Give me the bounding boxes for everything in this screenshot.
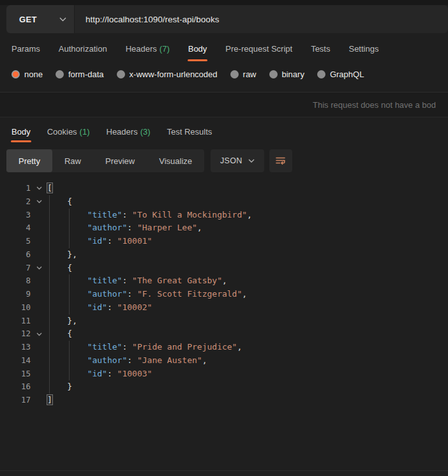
code-text: "title": "Pride and Prejudice", (47, 341, 448, 354)
code-text: "author": "F. Scott Fitzgerald", (47, 288, 448, 301)
indent-guide (49, 380, 50, 394)
method-selector[interactable]: GET (6, 5, 74, 33)
fold-toggle[interactable] (31, 195, 47, 209)
json-string: "10003" (117, 369, 153, 378)
view-mode-pretty[interactable]: Pretty (6, 149, 52, 172)
line-number: 14 (0, 354, 31, 368)
json-string: "To Kill a Mockingbird" (132, 210, 247, 219)
code-gutter: 5 (0, 235, 47, 248)
line-number: 10 (0, 301, 31, 315)
tab-count-badge: (1) (80, 127, 90, 137)
request-url-bar: GET http://localhost:1090/rest-api/books (6, 5, 448, 33)
response-toolbar: PrettyRawPreviewVisualize JSON (6, 149, 448, 172)
code-text: }, (47, 248, 448, 262)
json-punct: { (67, 329, 72, 338)
code-line: 6 }, (0, 248, 448, 262)
json-punct: { (67, 197, 72, 206)
code-gutter: 4 (0, 221, 47, 235)
response-format-dropdown[interactable]: JSON (211, 149, 264, 172)
json-key: "title" (87, 342, 123, 352)
json-key: "author" (87, 223, 128, 232)
response-tab-cookies[interactable]: Cookies(1) (47, 127, 90, 142)
radio-dot-icon (11, 70, 20, 78)
json-punct: : (127, 223, 137, 232)
view-mode-visualize[interactable]: Visualize (147, 149, 204, 172)
line-number: 8 (0, 274, 31, 288)
view-mode-preview[interactable]: Preview (93, 149, 147, 172)
json-punct: { (67, 263, 72, 272)
indent-guide (69, 274, 70, 288)
code-line: 15 "id": "10003" (0, 368, 448, 381)
fold-spacer (31, 235, 47, 248)
chevron-down-icon (248, 159, 255, 163)
tab-params[interactable]: Params (11, 44, 40, 61)
body-type-label: raw (243, 70, 257, 79)
bracket-highlight: [ (47, 183, 52, 193)
response-tab-headers[interactable]: Headers(3) (107, 127, 151, 142)
body-type-graphql[interactable]: GraphQL (317, 70, 364, 79)
code-line: 5 "id": "10001" (0, 235, 448, 248)
response-body-code[interactable]: 1[2 {3 "title": "To Kill a Mockingbird",… (0, 182, 448, 407)
code-gutter: 17 (0, 394, 47, 407)
chevron-down-icon (59, 17, 66, 22)
fold-spacer (31, 274, 47, 288)
code-gutter: 9 (0, 288, 47, 301)
json-key: "title" (87, 276, 123, 285)
indent-guide (49, 288, 50, 301)
fold-toggle[interactable] (31, 182, 47, 195)
json-punct: , (197, 223, 202, 232)
json-punct: : (107, 236, 117, 246)
code-line: 11 }, (0, 315, 448, 328)
indent-guide (49, 341, 50, 354)
tab-settings[interactable]: Settings (348, 44, 378, 61)
fold-toggle[interactable] (31, 262, 47, 275)
tab-label: Headers (107, 127, 138, 137)
tab-tests[interactable]: Tests (311, 44, 330, 61)
tab-headers[interactable]: Headers(7) (126, 44, 170, 61)
code-line: 7 { (0, 262, 448, 275)
code-text: { (47, 327, 448, 341)
url-input[interactable]: http://localhost:1090/rest-api/books (74, 5, 448, 33)
body-type-binary[interactable]: binary (269, 70, 304, 79)
indent-guide (49, 209, 50, 222)
line-number: 17 (0, 394, 31, 407)
tab-label: Body (188, 44, 207, 54)
url-text: http://localhost:1090/rest-api/books (86, 15, 219, 24)
body-type-form-data[interactable]: form-data (56, 70, 104, 79)
json-punct: : (122, 276, 132, 285)
body-type-label: form-data (68, 70, 104, 79)
indent-guide (49, 301, 50, 315)
body-type-x-www-form-urlencoded[interactable]: x-www-form-urlencoded (117, 70, 218, 79)
line-number: 16 (0, 380, 31, 394)
code-line: 1[ (0, 182, 448, 195)
response-tab-test-results[interactable]: Test Results (167, 127, 213, 142)
json-punct: , (237, 342, 242, 352)
code-text: "author": "Harper Lee", (47, 221, 448, 235)
code-gutter: 7 (0, 262, 47, 275)
tab-authorization[interactable]: Authorization (59, 44, 107, 61)
fold-spacer (31, 341, 47, 354)
wrap-text-button[interactable] (269, 149, 292, 172)
body-type-raw[interactable]: raw (230, 70, 257, 79)
line-number: 12 (0, 327, 31, 341)
tab-pre-request-script[interactable]: Pre-request Script (225, 44, 292, 61)
tab-body[interactable]: Body (188, 44, 207, 61)
tab-label: Headers (126, 44, 157, 54)
body-type-none[interactable]: none (11, 70, 43, 79)
fold-spacer (31, 221, 47, 235)
body-type-label: binary (282, 70, 304, 79)
code-line: 10 "id": "10002" (0, 301, 448, 315)
json-string: "10002" (117, 302, 153, 312)
json-key: "author" (87, 289, 128, 299)
indent-guide (49, 235, 50, 248)
response-tab-body[interactable]: Body (11, 127, 31, 142)
fold-toggle[interactable] (31, 327, 47, 341)
indent-guide (49, 274, 50, 288)
postman-window: GET http://localhost:1090/rest-api/books… (0, 0, 448, 476)
json-key: "author" (87, 355, 128, 365)
view-mode-raw[interactable]: Raw (52, 149, 93, 172)
indent-guide (49, 327, 50, 341)
line-number: 1 (0, 182, 31, 195)
fold-spacer (31, 394, 47, 407)
radio-dot-icon (230, 70, 239, 78)
